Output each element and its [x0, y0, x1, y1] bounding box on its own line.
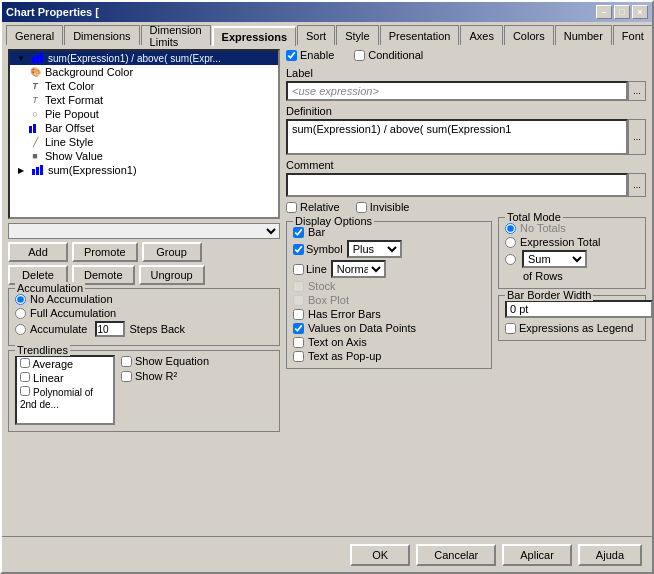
expressions-legend-label: Expressions as Legend	[519, 322, 633, 334]
symbol-checkbox[interactable]	[293, 244, 304, 255]
tab-axes[interactable]: Axes	[460, 25, 502, 45]
invisible-checkbox[interactable]	[356, 202, 367, 213]
cancel-button[interactable]: Cancelar	[416, 544, 496, 566]
add-button[interactable]: Add	[8, 242, 68, 262]
symbol-select[interactable]: Plus Circle Square	[347, 240, 402, 258]
show-r2-checkbox[interactable]	[121, 371, 132, 382]
sum-radio[interactable]	[505, 254, 516, 265]
definition-input[interactable]: sum(Expression1) / above( sum(Expression…	[286, 119, 628, 155]
lower-panels: Display Options Bar Symbol Plu	[286, 217, 646, 369]
values-label: Values on Data Points	[308, 322, 416, 334]
help-button[interactable]: Ajuda	[578, 544, 642, 566]
bar-label: Bar	[308, 226, 325, 238]
tree-scroll[interactable]	[8, 223, 280, 239]
expressions-legend-checkbox[interactable]	[505, 323, 516, 334]
tab-general[interactable]: General	[6, 25, 63, 45]
trendlines-content: Average Linear Polynomial of 2nd de... S…	[15, 355, 273, 425]
tab-dimension-limits[interactable]: Dimension Limits	[141, 25, 211, 45]
no-accumulation-radio[interactable]	[15, 294, 26, 305]
label-input[interactable]: <use expression>	[286, 81, 628, 101]
bar-border-input[interactable]	[505, 300, 653, 318]
comment-label: Comment	[286, 159, 646, 171]
comment-input[interactable]	[286, 173, 628, 197]
tab-presentation[interactable]: Presentation	[380, 25, 460, 45]
accumulate-steps-input[interactable]	[95, 321, 125, 337]
enable-checkbox[interactable]	[286, 50, 297, 61]
comment-input-row: ...	[286, 173, 646, 197]
line-checkbox[interactable]	[293, 264, 304, 275]
svg-rect-1	[36, 55, 39, 63]
tree-item-bar-offset-label: Bar Offset	[45, 122, 94, 134]
values-check-row: Values on Data Points	[293, 322, 416, 334]
tab-sort[interactable]: Sort	[297, 25, 335, 45]
sum-select[interactable]: Sum Average Max	[522, 250, 587, 268]
group-button[interactable]: Group	[142, 242, 202, 262]
tab-font[interactable]: Font	[613, 25, 653, 45]
tree-item-expr2[interactable]: ▶ sum(Expression1)	[10, 163, 278, 177]
expressions-tree[interactable]: ▼ sum(Expression1) / above( sum(Expr... …	[8, 49, 280, 219]
maximize-button[interactable]: □	[614, 5, 630, 19]
enable-row: Enable Conditional	[286, 49, 646, 61]
stock-checkbox	[293, 281, 304, 292]
no-totals-radio[interactable]	[505, 223, 516, 234]
error-bars-checkbox[interactable]	[293, 309, 304, 320]
steps-back-label: Steps Back	[129, 323, 185, 335]
minimize-button[interactable]: –	[596, 5, 612, 19]
radio-accumulate: Accumulate Steps Back	[15, 321, 273, 337]
tree-item-text-format[interactable]: T Text Format	[10, 93, 278, 107]
text-on-axis-checkbox[interactable]	[293, 337, 304, 348]
label-placeholder: <use expression>	[292, 85, 379, 97]
trendlines-group: Trendlines Average Linear Polynomial of …	[8, 350, 280, 432]
bottom-bar: OK Cancelar Aplicar Ajuda	[2, 536, 652, 572]
tab-dimensions[interactable]: Dimensions	[64, 25, 139, 45]
tree-item-expr1[interactable]: ▼ sum(Expression1) / above( sum(Expr...	[10, 51, 278, 65]
expression-total-radio[interactable]	[505, 237, 516, 248]
definition-ellipsis-button[interactable]: ...	[628, 119, 646, 155]
tree-item-line-style[interactable]: ╱ Line Style	[10, 135, 278, 149]
values-checkbox[interactable]	[293, 323, 304, 334]
accumulate-radio[interactable]	[15, 324, 26, 335]
ok-button[interactable]: OK	[350, 544, 410, 566]
bar-checkbox[interactable]	[293, 227, 304, 238]
pie-icon: ○	[28, 108, 42, 120]
bar-border-spinner: ▲ ▼	[505, 300, 639, 318]
full-accumulation-radio[interactable]	[15, 308, 26, 319]
promote-button[interactable]: Promote	[72, 242, 138, 262]
tree-item-pie-popout[interactable]: ○ Pie Popout	[10, 107, 278, 121]
stock-label: Stock	[308, 280, 336, 292]
trendline-average[interactable]: Average	[17, 357, 113, 371]
close-button[interactable]: ×	[632, 5, 648, 19]
trendline-polynomial[interactable]: Polynomial of 2nd de...	[17, 385, 113, 411]
relative-checkbox[interactable]	[286, 202, 297, 213]
line-check-row: Line Normal Dashed	[293, 260, 416, 278]
trendlines-list[interactable]: Average Linear Polynomial of 2nd de...	[15, 355, 115, 425]
tab-number[interactable]: Number	[555, 25, 612, 45]
tab-colors[interactable]: Colors	[504, 25, 554, 45]
tree-item-show-value[interactable]: ■ Show Value	[10, 149, 278, 163]
show-equation-checkbox[interactable]	[121, 356, 132, 367]
conditional-label: Conditional	[368, 49, 423, 61]
definition-section: Definition sum(Expression1) / above( sum…	[286, 105, 646, 155]
conditional-checkbox[interactable]	[354, 50, 365, 61]
label-ellipsis-button[interactable]: ...	[628, 81, 646, 101]
expand-icon: ▼	[14, 52, 28, 64]
apply-button[interactable]: Aplicar	[502, 544, 572, 566]
comment-ellipsis-button[interactable]: ...	[628, 173, 646, 197]
trendline-linear[interactable]: Linear	[17, 371, 113, 385]
error-bars-check-row: Has Error Bars	[293, 308, 416, 320]
window-title: Chart Properties [	[6, 6, 99, 18]
line-label: Line	[306, 263, 327, 275]
tab-style[interactable]: Style	[336, 25, 378, 45]
line-select[interactable]: Normal Dashed	[331, 260, 386, 278]
tree-item-bg-color[interactable]: 🎨 Background Color	[10, 65, 278, 79]
text-format-icon: T	[28, 94, 42, 106]
ungroup-button[interactable]: Ungroup	[139, 265, 205, 285]
tree-item-text-color[interactable]: T Text Color	[10, 79, 278, 93]
text-as-popup-checkbox[interactable]	[293, 351, 304, 362]
box-plot-label: Box Plot	[308, 294, 349, 306]
tree-item-pie-label: Pie Popout	[45, 108, 99, 120]
right-content: Enable Conditional Label <use expression…	[286, 49, 646, 436]
svg-rect-0	[32, 57, 35, 63]
tab-expressions[interactable]: Expressions	[212, 26, 296, 46]
tree-item-bar-offset[interactable]: Bar Offset	[10, 121, 278, 135]
